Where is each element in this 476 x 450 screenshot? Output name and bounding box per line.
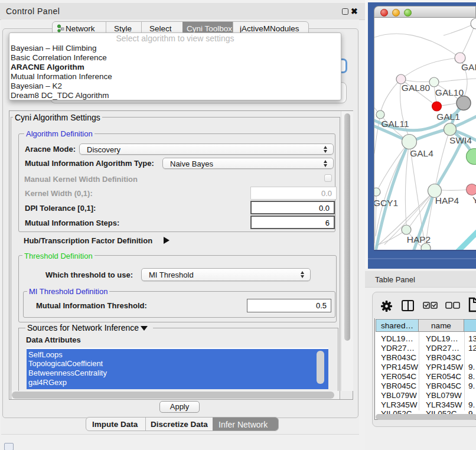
svg-text:SWI4: SWI4 (449, 135, 472, 145)
svg-text:HAP4: HAP4 (435, 195, 459, 206)
svg-text:HAP2: HAP2 (407, 234, 431, 244)
svg-text:GAL7: GAL7 (461, 62, 476, 72)
svg-text:GCY1: GCY1 (374, 198, 398, 208)
svg-text:GAL11: GAL11 (381, 119, 409, 129)
svg-text:YJ: YJ (472, 195, 476, 205)
svg-text:GAL80: GAL80 (402, 83, 431, 93)
svg-text:GAL4: GAL4 (410, 148, 433, 158)
svg-text:GAL10: GAL10 (435, 87, 464, 97)
svg-text:GAL1: GAL1 (436, 112, 460, 122)
